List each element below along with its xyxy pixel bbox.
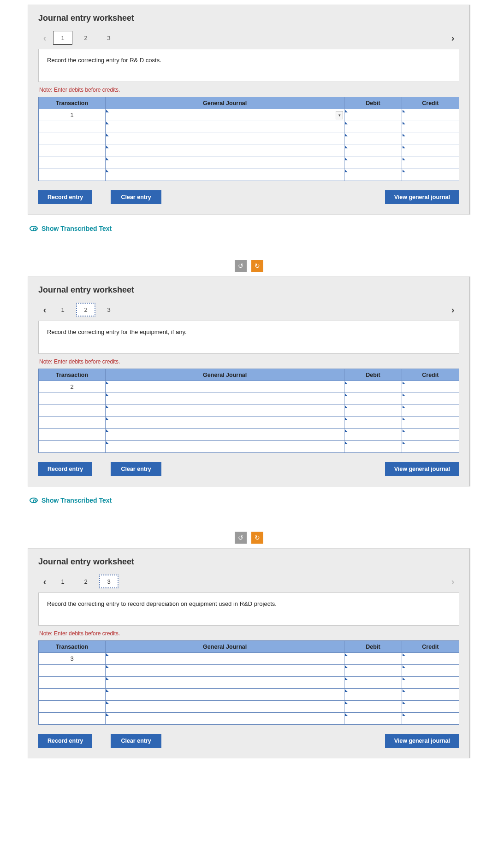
cell-credit[interactable] [402,169,459,181]
cell-transaction[interactable] [39,133,106,145]
tab-1[interactable]: 1 [53,575,72,588]
tab-2[interactable]: 2 [76,303,95,317]
cell-debit[interactable] [344,133,402,145]
cell-transaction[interactable]: 1 [39,109,106,121]
chevron-left-icon[interactable]: ‹ [38,575,51,588]
tab-3[interactable]: 3 [99,303,119,317]
cell-transaction[interactable] [39,157,106,169]
cell-transaction[interactable] [39,441,106,453]
cell-credit[interactable] [402,653,459,665]
cell-transaction[interactable] [39,169,106,181]
cell-transaction[interactable] [39,665,106,677]
chevron-right-icon[interactable]: › [446,575,459,588]
cell-general-journal[interactable] [106,133,344,145]
cell-credit[interactable] [402,701,459,713]
cell-credit[interactable] [402,689,459,701]
cell-transaction[interactable] [39,429,106,441]
tab-2[interactable]: 2 [76,575,95,588]
cell-credit[interactable] [402,109,459,121]
cell-debit[interactable] [344,665,402,677]
cell-debit[interactable] [344,689,402,701]
cell-general-journal[interactable] [106,393,344,405]
cell-transaction[interactable]: 2 [39,381,106,393]
cell-general-journal[interactable] [106,429,344,441]
view-general-journal-button[interactable]: View general journal [385,462,459,476]
cell-general-journal[interactable] [106,689,344,701]
cell-general-journal[interactable] [106,121,344,133]
view-general-journal-button[interactable]: View general journal [385,734,459,748]
cell-transaction[interactable] [39,701,106,713]
record-entry-button[interactable]: Record entry [38,190,92,204]
tab-2[interactable]: 2 [76,31,95,45]
cell-transaction[interactable] [39,145,106,157]
show-transcribed-text[interactable]: Show Transcribed Text [30,225,470,232]
cell-credit[interactable] [402,429,459,441]
cell-debit[interactable] [344,653,402,665]
cell-transaction[interactable] [39,417,106,429]
cell-credit[interactable] [402,417,459,429]
cell-general-journal[interactable] [106,417,344,429]
chevron-left-icon[interactable]: ‹ [38,303,51,316]
cell-transaction[interactable] [39,689,106,701]
cell-debit[interactable] [344,381,402,393]
view-general-journal-button[interactable]: View general journal [385,190,459,204]
cell-transaction[interactable] [39,713,106,725]
cell-debit[interactable] [344,121,402,133]
cell-debit[interactable] [344,169,402,181]
tab-1[interactable]: 1 [53,303,72,317]
cell-debit[interactable] [344,405,402,417]
cell-credit[interactable] [402,133,459,145]
undo-icon[interactable]: ↺ [235,532,247,544]
clear-entry-button[interactable]: Clear entry [111,734,161,748]
cell-transaction[interactable] [39,393,106,405]
cell-credit[interactable] [402,381,459,393]
cell-debit[interactable] [344,441,402,453]
cell-credit[interactable] [402,665,459,677]
cell-credit[interactable] [402,393,459,405]
cell-general-journal[interactable] [106,653,344,665]
cell-credit[interactable] [402,157,459,169]
show-transcribed-text[interactable]: Show Transcribed Text [30,497,470,504]
tab-3[interactable]: 3 [99,575,119,588]
cell-general-journal[interactable] [106,713,344,725]
cell-debit[interactable] [344,429,402,441]
cell-general-journal[interactable] [106,405,344,417]
clear-entry-button[interactable]: Clear entry [111,462,161,476]
cell-general-journal[interactable] [106,157,344,169]
redo-icon[interactable]: ↻ [251,532,263,544]
tab-1[interactable]: 1 [53,31,72,45]
cell-general-journal[interactable] [106,441,344,453]
cell-general-journal[interactable] [106,169,344,181]
record-entry-button[interactable]: Record entry [38,734,92,748]
cell-credit[interactable] [402,713,459,725]
undo-icon[interactable]: ↺ [235,260,247,272]
cell-credit[interactable] [402,441,459,453]
cell-credit[interactable] [402,145,459,157]
cell-general-journal[interactable] [106,145,344,157]
record-entry-button[interactable]: Record entry [38,462,92,476]
cell-debit[interactable] [344,157,402,169]
redo-icon[interactable]: ↻ [251,260,263,272]
cell-debit[interactable] [344,393,402,405]
chevron-right-icon[interactable]: › [446,303,459,316]
cell-transaction[interactable]: 3 [39,653,106,665]
clear-entry-button[interactable]: Clear entry [111,190,161,204]
cell-debit[interactable] [344,677,402,689]
cell-credit[interactable] [402,677,459,689]
cell-debit[interactable] [344,145,402,157]
cell-transaction[interactable] [39,677,106,689]
cell-credit[interactable] [402,405,459,417]
cell-debit[interactable] [344,109,402,121]
chevron-right-icon[interactable]: › [446,31,459,44]
cell-general-journal[interactable] [106,381,344,393]
cell-general-journal[interactable] [106,665,344,677]
cell-debit[interactable] [344,417,402,429]
cell-credit[interactable] [402,121,459,133]
cell-debit[interactable] [344,713,402,725]
cell-debit[interactable] [344,701,402,713]
cell-general-journal[interactable]: ▾ [106,109,344,121]
cell-general-journal[interactable] [106,677,344,689]
chevron-left-icon[interactable]: ‹ [38,31,51,44]
cell-transaction[interactable] [39,121,106,133]
cell-transaction[interactable] [39,405,106,417]
